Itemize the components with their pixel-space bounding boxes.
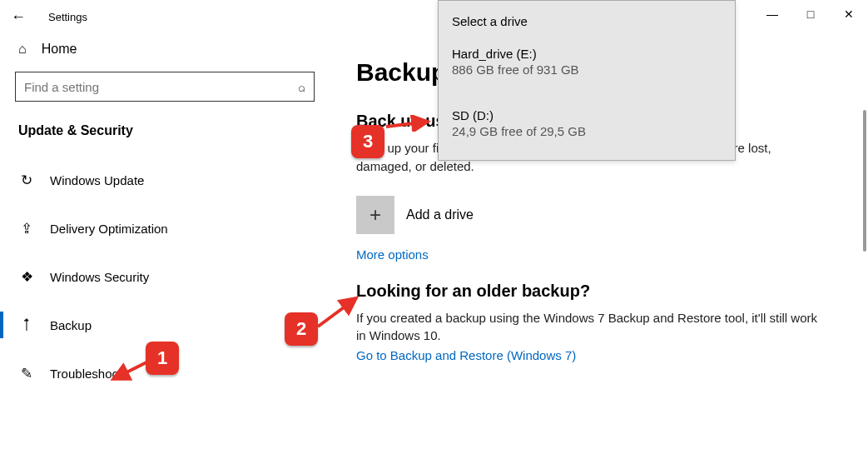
scrollbar-thumb[interactable]: [863, 110, 866, 252]
nav-home[interactable]: ⌂ Home: [15, 33, 323, 72]
select-drive-flyout: Select a drive Hard_drive (E:) 886 GB fr…: [438, 0, 736, 161]
nav-home-label: Home: [42, 42, 77, 57]
nav-item-windows-update[interactable]: ↻ Windows Update: [15, 162, 323, 198]
shield-icon: ❖: [18, 268, 35, 286]
nav-item-windows-security[interactable]: ❖ Windows Security: [15, 258, 323, 295]
nav-item-delivery-optimization[interactable]: ⇪ Delivery Optimization: [15, 210, 323, 247]
add-drive-button[interactable]: +: [356, 196, 394, 234]
backup-restore-link[interactable]: Go to Backup and Restore (Windows 7): [356, 348, 843, 362]
nav-section-header: Update & Security: [18, 123, 323, 138]
maximize-button[interactable]: □: [791, 0, 830, 28]
search-icon: ⌕: [298, 80, 305, 94]
flyout-title: Select a drive: [439, 9, 735, 40]
maximize-icon: □: [807, 7, 814, 21]
drive-item-hard-drive[interactable]: Hard_drive (E:) 886 GB free of 931 GB: [439, 40, 735, 83]
add-drive-label: Add a drive: [406, 207, 474, 222]
annotation-badge-1: 1: [146, 342, 179, 375]
nav-item-backup[interactable]: ⭡ Backup: [15, 307, 323, 343]
title-bar: ← Settings: [0, 0, 868, 33]
nav-item-label: Windows Update: [50, 173, 144, 187]
nav-panel: ⌂ Home ⌕ Update & Security ↻ Windows Upd…: [0, 33, 323, 392]
section-older-title: Looking for an older backup?: [356, 282, 843, 301]
nav-item-label: Troubleshoot: [50, 367, 122, 381]
section-older-body: If you created a backup using the Window…: [356, 309, 822, 346]
minimize-icon: —: [766, 7, 778, 21]
drive-name: SD (D:): [452, 108, 722, 122]
minimize-button[interactable]: —: [753, 0, 791, 28]
drive-name: Hard_drive (E:): [452, 47, 722, 61]
svg-line-1: [318, 298, 356, 327]
refresh-icon: ↻: [18, 172, 35, 189]
wrench-icon: ✎: [18, 365, 35, 382]
back-button[interactable]: ←: [0, 0, 37, 33]
search-input[interactable]: [24, 80, 298, 94]
close-button[interactable]: ✕: [830, 0, 868, 28]
nav-item-label: Backup: [50, 318, 92, 332]
window-controls: — □ ✕: [753, 0, 868, 28]
annotation-badge-2: 2: [285, 312, 318, 346]
drive-free-space: 24,9 GB free of 29,5 GB: [452, 124, 722, 138]
delivery-icon: ⇪: [18, 220, 35, 237]
search-box[interactable]: ⌕: [15, 72, 315, 102]
drive-item-sd[interactable]: SD (D:) 24,9 GB free of 29,5 GB: [439, 102, 735, 145]
backup-icon: ⭡: [18, 317, 35, 333]
close-icon: ✕: [844, 7, 854, 21]
plus-icon: +: [370, 203, 381, 227]
window-title: Settings: [48, 11, 87, 23]
home-icon: ⌂: [18, 42, 27, 57]
annotation-badge-3: 3: [351, 125, 384, 158]
more-options-link[interactable]: More options: [356, 247, 843, 262]
nav-item-label: Delivery Optimization: [50, 222, 168, 236]
nav-item-label: Windows Security: [50, 270, 149, 284]
arrow-left-icon: ←: [11, 8, 26, 26]
add-drive-row: + Add a drive: [356, 196, 843, 234]
drive-free-space: 886 GB free of 931 GB: [452, 62, 722, 77]
